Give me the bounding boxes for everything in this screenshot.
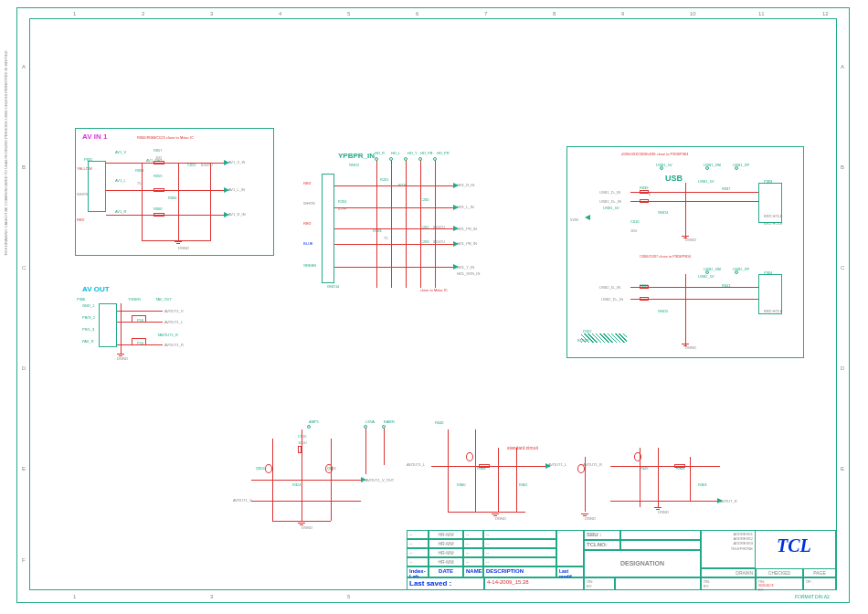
out-hd1-l: HD1_L_IN (457, 205, 474, 209)
ruler-top-3: 3 (210, 11, 213, 16)
wire (106, 215, 225, 216)
lbl-sbu: SBU : (584, 530, 620, 540)
ref-lsva: LSVA (365, 419, 375, 424)
wire (117, 311, 163, 312)
wire (630, 299, 758, 300)
ruler-top-7: 7 (484, 11, 487, 16)
pad (418, 157, 422, 161)
note-usb2: C006/C007 close to P303/P304 (640, 254, 691, 259)
wire (690, 457, 691, 501)
wire (391, 160, 392, 288)
ref-r059: R059 (153, 174, 163, 178)
connector-p303 (758, 183, 782, 223)
connector-p306 (99, 303, 117, 347)
arrow-icon (224, 212, 229, 217)
in-avout1-v: AVOUT1_V (233, 498, 252, 503)
lbl-usb1-5v: USB1_5V (656, 163, 672, 167)
wire (365, 429, 366, 474)
out-avout-r: AVOUT1_R (164, 343, 184, 347)
resistor (640, 199, 649, 203)
tcell-on-by: ON: BY: (584, 577, 615, 590)
lbl-hdr: HD_R (375, 151, 385, 155)
ruler-right-E: E (841, 466, 844, 471)
tcell-checked-on: ON: 00-00-00-T3 BY: (756, 577, 803, 590)
ref-r040: R040 (435, 420, 444, 425)
wire (658, 448, 659, 507)
lbl-by3: BY: (758, 588, 800, 592)
ref-amp1: AMP1 (309, 419, 319, 424)
wire (210, 163, 211, 240)
in-avout1-r: AVOUT1_R (583, 462, 602, 467)
lbl-pavr: PAV_R (82, 339, 94, 344)
wire (178, 163, 179, 240)
transistor (634, 452, 641, 461)
arrow-icon (453, 264, 459, 270)
jumper-p16 (132, 315, 146, 323)
format-label: FORMAT DIN A2 (795, 594, 830, 599)
ref-eamn: EAMN (384, 419, 395, 424)
wire (448, 429, 449, 512)
ref-c010: C010 (630, 219, 640, 224)
address-block: ADDRESS1 ADDRESS2 ADDRESS3 TELEPHONE (701, 530, 756, 568)
in-usb1-dp: USB1_D+_IN (599, 199, 621, 204)
ruler-left-A: A (22, 64, 26, 69)
logo-tcl: TCL (777, 535, 811, 556)
pad (705, 270, 709, 274)
resistor (153, 213, 164, 217)
hdr-indexlab: Index-Lab (407, 566, 429, 577)
ref-q004: Q004 (256, 466, 265, 471)
hdr-date: DATE (429, 566, 463, 577)
ruler-right-D: D (841, 365, 844, 371)
pad (660, 166, 663, 170)
rev-date: HR-MM (429, 548, 463, 557)
resistor (674, 464, 685, 468)
lbl-hdpb: HD_PB (420, 151, 432, 155)
lbl-hdy: HD_Y (408, 151, 418, 155)
lbl-usb-5v: USB1_5V (698, 179, 715, 184)
arrow-icon (717, 498, 723, 503)
lbl-hdpr: HD_PR (437, 151, 450, 155)
out-avout-v: AVOUT1_V (164, 309, 184, 313)
lbl-red-yp: RED (303, 181, 311, 185)
sig-av1-r: AV1_R (115, 209, 126, 214)
rev-name: -- (463, 557, 483, 566)
note-avin: R066/R068/C025 close to Mstar IC (137, 135, 194, 140)
wire (420, 160, 421, 288)
lbl-prl3: PR/L_3 (82, 327, 94, 332)
ref-r058: R058 (135, 168, 144, 173)
rev-desc: -- (483, 530, 556, 539)
wire (251, 480, 361, 481)
wire (406, 160, 407, 288)
lbl-tclno: TCLNO: (584, 540, 620, 550)
wire (585, 457, 586, 512)
hdr-name: NAME (463, 566, 483, 577)
out-av1-r-in: AV1_R_IN (228, 212, 246, 217)
rev-date: HR-MM (429, 557, 463, 566)
in-avout1-l: AVOUT1_L (407, 462, 425, 467)
rev-desc: -- (483, 557, 556, 566)
in-usb2-dm: USB2_D-_IN (599, 285, 620, 290)
lbl-standard: standard circuit (507, 445, 538, 450)
resistor (640, 190, 649, 194)
ruler-top-8: 8 (553, 11, 556, 16)
wire (272, 439, 273, 521)
lbl-tuner: TUNER (128, 297, 141, 302)
out-avout1-v-out: AVOUT1_V_OUT (365, 478, 394, 482)
arrow-icon (224, 187, 229, 193)
wire (630, 287, 758, 288)
ref-r362: R362 (519, 482, 528, 487)
pad (735, 270, 738, 274)
hdr-lastmodif: Last modif (556, 566, 584, 577)
transistor-q005 (325, 464, 333, 473)
lbl-by2: BY: (704, 584, 753, 588)
lbl-tavout: TAV_OUT (155, 297, 172, 302)
out-hd1-sog: HD1_SOG_IN (457, 271, 480, 276)
tcell-drawn-onby: ON: BY: (701, 577, 756, 590)
lbl-gnd2: GND2 (349, 163, 359, 167)
ref-r324: R324 (292, 482, 302, 487)
wire (384, 429, 385, 465)
lbl-blue-yp: BLUE (303, 241, 312, 246)
wire (431, 466, 550, 467)
lbl-tavout1r: TAVOUT1_R (157, 333, 178, 337)
wire (272, 521, 331, 522)
